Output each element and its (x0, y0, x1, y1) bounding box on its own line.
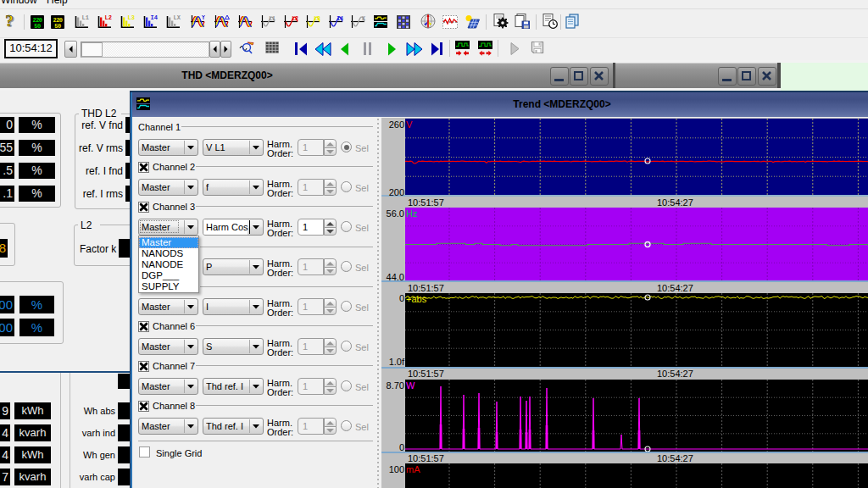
svg-text:I4: I4 (337, 16, 343, 22)
svg-text:X: X (362, 16, 365, 22)
svg-text:L1: L1 (269, 16, 275, 22)
svg-text:I4: I4 (151, 14, 158, 21)
svg-text:?: ? (5, 13, 14, 30)
svg-text:50: 50 (54, 23, 61, 30)
svg-text:L3: L3 (314, 16, 320, 22)
svg-text:50: 50 (34, 23, 41, 30)
svg-text:L2: L2 (292, 16, 298, 22)
svg-text:L2: L2 (105, 14, 112, 21)
svg-text:LX: LX (174, 14, 181, 21)
svg-text:L3: L3 (128, 14, 135, 21)
svg-text:L1: L1 (82, 14, 89, 21)
